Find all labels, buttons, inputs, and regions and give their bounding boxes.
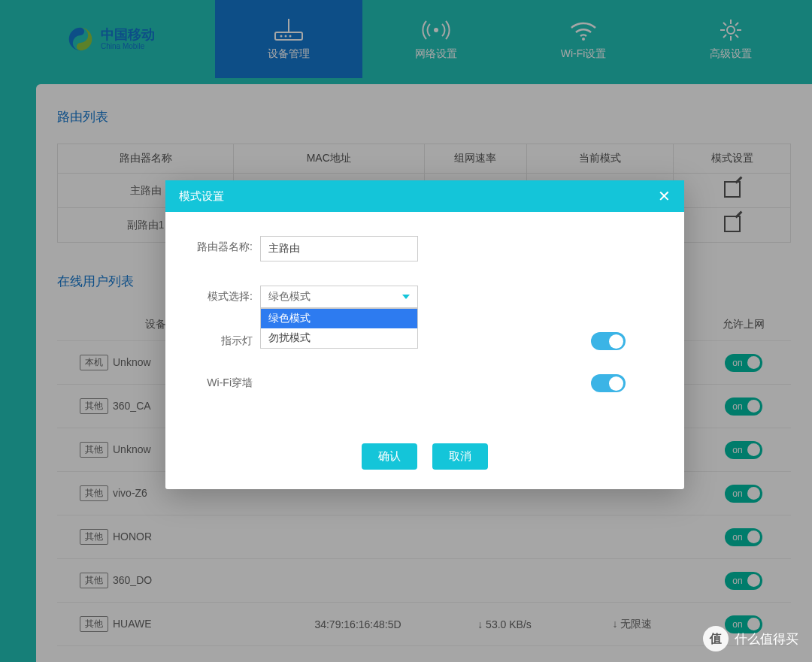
wifi-wall-label: Wi-Fi穿墙 xyxy=(186,376,253,390)
mode-dropdown: 绿色模式 勿扰模式 xyxy=(260,308,418,349)
watermark: 值 什么值得买 xyxy=(703,626,798,651)
chevron-down-icon xyxy=(402,295,410,299)
router-name-label: 路由器名称: xyxy=(186,236,253,254)
watermark-icon: 值 xyxy=(703,626,729,651)
wifi-wall-toggle[interactable] xyxy=(591,374,626,392)
mode-select-label: 模式选择: xyxy=(186,286,253,304)
mode-select[interactable]: 绿色模式 xyxy=(260,286,418,308)
cancel-button[interactable]: 取消 xyxy=(432,443,488,470)
confirm-button[interactable]: 确认 xyxy=(362,443,417,470)
mode-settings-modal: 模式设置 ✕ 路由器名称: 模式选择: 绿色模式 绿色模式 勿扰模式 指示灯 xyxy=(165,180,684,489)
indicator-toggle[interactable] xyxy=(591,332,626,350)
mode-selected-value: 绿色模式 xyxy=(268,290,311,304)
router-name-input[interactable] xyxy=(260,236,418,261)
close-icon[interactable]: ✕ xyxy=(658,187,671,205)
mode-option-green[interactable]: 绿色模式 xyxy=(261,309,417,328)
modal-header: 模式设置 ✕ xyxy=(165,180,684,212)
mode-option-dnd[interactable]: 勿扰模式 xyxy=(261,328,417,348)
indicator-label: 指示灯 xyxy=(186,334,253,348)
watermark-text: 什么值得买 xyxy=(735,630,798,648)
modal-title: 模式设置 xyxy=(179,189,224,204)
